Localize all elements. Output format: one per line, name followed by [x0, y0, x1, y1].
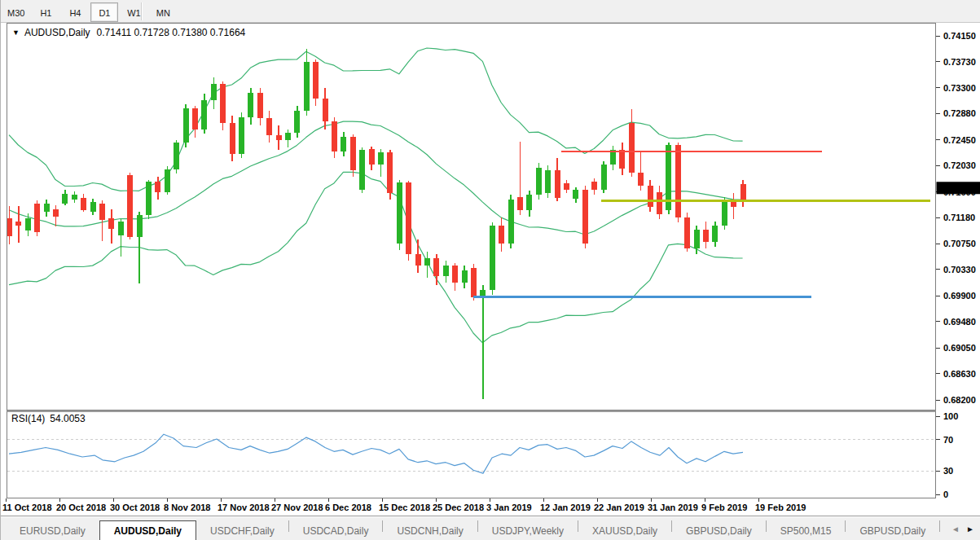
chart-dropdown-icon[interactable]: ▼: [12, 29, 20, 37]
svg-text:0.74150: 0.74150: [943, 31, 976, 41]
chart-tab-usdcnh-daily[interactable]: USDCNH,Daily: [383, 522, 477, 540]
chart-tab-gbpusd-daily[interactable]: GBPUSD,Daily: [846, 522, 939, 540]
chart-title: ▼AUDUSD,Daily0.71411 0.71728 0.71380 0.7…: [12, 27, 245, 38]
timeframe-button-h1[interactable]: H1: [32, 3, 59, 20]
timeframe-button-d1[interactable]: D1: [90, 2, 118, 22]
tab-strip: EURUSD,DailyAUDUSD,DailyUSDCHF,DailyUSDC…: [6, 520, 980, 540]
svg-text:0.68630: 0.68630: [943, 369, 976, 379]
chart-tab-usdchf-daily[interactable]: USDCHF,Daily: [196, 522, 288, 540]
main-chart-pane[interactable]: [7, 23, 936, 410]
current-price-badge: 0.71664: [940, 183, 973, 193]
toolbar-separator: [141, 2, 143, 20]
svg-text:30: 30: [943, 466, 953, 476]
chart-tab-sp500-m15[interactable]: SP500,M15: [767, 522, 846, 540]
chart-tab-bar: EURUSD,DailyAUDUSD,DailyUSDCHF,DailyUSDC…: [1, 516, 980, 540]
trading-platform-window: M30H1H4D1W1MN ▼AUDUSD,Daily0.71411 0.717…: [0, 0, 980, 540]
svg-text:0.71600: 0.71600: [943, 187, 976, 197]
svg-text:70: 70: [943, 435, 953, 445]
timeframe-button-mn[interactable]: MN: [149, 3, 177, 20]
rsi-label: RSI(14)54.0053: [11, 413, 86, 424]
chart-tab-gbpusd-daily[interactable]: GBPUSD,Daily: [672, 522, 766, 540]
svg-text:100: 100: [943, 411, 958, 421]
svg-text:0.69050: 0.69050: [943, 343, 976, 353]
chart-tab-usdjpy-weekly[interactable]: USDJPY,Weekly: [478, 522, 578, 540]
timeframe-toolbar: M30H1H4D1W1MN: [1, 0, 980, 23]
svg-text:0.70330: 0.70330: [943, 265, 976, 274]
svg-text:0.70750: 0.70750: [943, 239, 976, 248]
svg-text:0.68200: 0.68200: [943, 395, 976, 405]
chart-tab-eurusd-daily[interactable]: EURUSD,Daily: [6, 522, 99, 540]
rsi-name: RSI(14): [11, 413, 45, 424]
timeframe-button-h4[interactable]: H4: [61, 3, 89, 20]
svg-text:0.73730: 0.73730: [943, 57, 976, 67]
tab-scroll-left-icon[interactable]: ◄: [948, 522, 963, 537]
time-axis: [1, 498, 980, 516]
chart-tab-usdcad-daily[interactable]: USDCAD,Daily: [289, 522, 383, 540]
chart-ohlc-values: 0.71411 0.71728 0.71380 0.71664: [97, 27, 246, 38]
svg-text:0.71180: 0.71180: [943, 213, 975, 222]
chart-tab-audusd-daily[interactable]: AUDUSD,Daily: [99, 520, 196, 540]
svg-text:0.73300: 0.73300: [943, 83, 976, 93]
tab-scroll-arrows: ◄ ►: [943, 517, 980, 540]
svg-text:0.72880: 0.72880: [943, 108, 976, 118]
timeframe-button-m30[interactable]: M30: [2, 3, 30, 20]
chart-symbol-label: AUDUSD,Daily: [24, 27, 90, 38]
chart-tab-xauusd-daily[interactable]: XAUUSD,Daily: [578, 522, 671, 540]
rsi-indicator-pane[interactable]: [7, 410, 936, 498]
svg-text:0.69900: 0.69900: [943, 291, 976, 301]
svg-text:0.72030: 0.72030: [943, 160, 976, 170]
svg-text:0.69480: 0.69480: [943, 317, 976, 327]
svg-text:0.72450: 0.72450: [943, 135, 976, 145]
timeframe-button-w1[interactable]: W1: [120, 3, 147, 20]
tab-scroll-right-icon[interactable]: ►: [963, 522, 978, 537]
rsi-value: 54.0053: [50, 413, 85, 424]
